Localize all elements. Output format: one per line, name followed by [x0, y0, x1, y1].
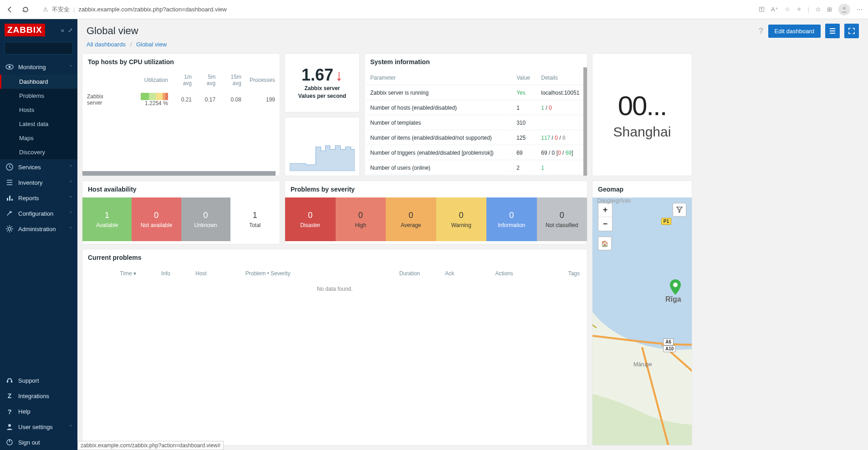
- table-row: Number of hosts (enabled/disabled)11 / 0: [366, 101, 586, 115]
- nav-group-configuration[interactable]: Configuration˅: [0, 206, 77, 221]
- nav-item-problems[interactable]: Problems: [0, 89, 77, 103]
- ps-cell-information[interactable]: 0Information: [486, 197, 537, 241]
- nav-footer-label: Sign out: [18, 439, 40, 446]
- cp-col[interactable]: Time ▾: [83, 267, 143, 280]
- chevron-up-icon: ˄: [70, 65, 72, 70]
- panel-title: System information: [365, 54, 587, 70]
- panel-title: Problems by severity: [285, 181, 587, 197]
- fullscreen-button[interactable]: [844, 24, 859, 38]
- nav-footer-label: User settings: [18, 424, 53, 430]
- sidebar-search-input[interactable]: [9, 45, 87, 52]
- key-icon[interactable]: ⚿: [759, 6, 765, 13]
- popout-icon[interactable]: ⤢: [68, 27, 73, 34]
- vertical-scrollbar[interactable]: [583, 67, 587, 176]
- nav-group-inventory[interactable]: Inventory˅: [0, 175, 77, 190]
- th-col: 1m avg: [173, 71, 195, 89]
- extensions-icon[interactable]: ✧: [797, 6, 802, 13]
- collections-icon[interactable]: ⊞: [827, 6, 832, 13]
- nav-footer-support[interactable]: Support: [0, 373, 77, 388]
- cp-col[interactable]: Info: [143, 267, 188, 280]
- chart-icon: [5, 194, 14, 202]
- nav-group-services[interactable]: Services˅: [0, 159, 77, 175]
- address-bar[interactable]: ⚠ 不安全 | zabbix.example.com/zabbix.php?ac…: [36, 2, 752, 17]
- svg-point-7: [8, 424, 11, 427]
- ha-cell-unknown[interactable]: 0Unknown: [181, 197, 230, 241]
- clock-icon: [5, 163, 14, 171]
- nav-group-label: Configuration: [18, 210, 53, 217]
- panel-geomap: Geomap + − 🏠: [592, 181, 692, 445]
- cp-col[interactable]: Tags: [536, 267, 586, 280]
- nav-footer-sign-out[interactable]: Sign out: [0, 435, 77, 450]
- road-badge-a6: A6: [663, 339, 674, 345]
- wrench-icon: [5, 209, 14, 217]
- svg-point-2: [9, 66, 11, 68]
- ps-cell-average[interactable]: 0Average: [386, 197, 436, 241]
- favorites-icon[interactable]: ✩: [816, 6, 821, 13]
- cp-col[interactable]: Host: [189, 267, 238, 280]
- ha-cell-not-available[interactable]: 0Not available: [132, 197, 181, 241]
- ps-cell-warning[interactable]: 0Warning: [436, 197, 487, 241]
- edit-dashboard-button[interactable]: Edit dashboard: [768, 25, 821, 38]
- reload-button[interactable]: [21, 5, 30, 14]
- back-button[interactable]: [5, 5, 15, 14]
- th-col: 15m avg: [220, 71, 245, 89]
- panel-system-info: System information ParameterValueDetails…: [364, 53, 587, 176]
- cp-col[interactable]: Ack: [427, 267, 472, 280]
- nav-item-dashboard[interactable]: Dashboard: [0, 75, 77, 89]
- ps-cell-disaster[interactable]: 0Disaster: [285, 197, 336, 241]
- table-row[interactable]: Zabbix server 1.2254 %0.210.170.08199: [83, 90, 279, 109]
- nav-group-reports[interactable]: Reports˅: [0, 190, 77, 206]
- ps-cell-high[interactable]: 0High: [336, 197, 386, 241]
- ha-cell-total[interactable]: 1Total: [230, 197, 280, 241]
- star-icon[interactable]: ☆: [785, 6, 790, 13]
- no-data-label: No data found.: [82, 281, 587, 297]
- gear-icon: [5, 225, 14, 233]
- read-aloud-icon[interactable]: A⁺: [771, 6, 778, 13]
- more-icon[interactable]: ⋯: [857, 6, 863, 13]
- support-icon: [5, 376, 14, 384]
- ha-cell-available[interactable]: 1Available: [82, 197, 132, 241]
- nav-group-label: Monitoring: [18, 64, 46, 71]
- nav-footer-label: Integrations: [18, 393, 49, 399]
- sys-col: Value: [512, 71, 536, 85]
- cp-col[interactable]: Actions: [473, 267, 536, 280]
- chevron-down-icon: ˅: [70, 211, 72, 216]
- table-row: Number of triggers (enabled/disabled [pr…: [366, 146, 586, 160]
- horizontal-scrollbar[interactable]: [82, 171, 276, 176]
- nav-item-maps[interactable]: Maps: [0, 131, 77, 145]
- profile-avatar[interactable]: [838, 4, 850, 15]
- ps-cell-not-classified[interactable]: 0Not classified: [537, 197, 587, 241]
- collapse-icon[interactable]: «: [61, 27, 64, 34]
- panel-title: Current problems: [82, 249, 587, 266]
- nav-footer-user-settings[interactable]: User settings˅: [0, 419, 77, 435]
- breadcrumb-all[interactable]: All dashboards: [87, 41, 126, 48]
- breadcrumbs: All dashboards / Global view: [77, 40, 868, 53]
- dashboard-menu-button[interactable]: [825, 24, 840, 38]
- nav-group-label: Administration: [18, 226, 56, 233]
- clock-time: 00...: [618, 90, 667, 121]
- browser-status-bar: zabbix.example.com/zabbix.php?action=das…: [77, 441, 224, 450]
- sidebar: ZABBIX « ⤢ 🔍 Monitoring˄DashboardProblem…: [0, 19, 77, 450]
- nav-group-monitoring[interactable]: Monitoring˄: [0, 59, 77, 75]
- help-icon[interactable]: ?: [759, 26, 764, 36]
- nav-group-administration[interactable]: Administration˅: [0, 221, 77, 237]
- breadcrumb-current[interactable]: Global view: [136, 41, 167, 48]
- sidebar-search[interactable]: 🔍: [5, 42, 73, 55]
- nav-footer-help[interactable]: ?Help: [0, 404, 77, 419]
- nav-item-latest-data[interactable]: Latest data: [0, 117, 77, 131]
- th-col: Processes: [246, 71, 279, 89]
- list-icon: [5, 178, 14, 187]
- panel-values-per-second: 1.67 ↓ Zabbix server Values per second: [285, 53, 360, 112]
- map-pin-icon[interactable]: [670, 279, 681, 295]
- nav-item-hosts[interactable]: Hosts: [0, 103, 77, 117]
- nav-group-label: Reports: [18, 195, 39, 202]
- geomap-canvas[interactable]: + − 🏠 Rīga Mārupe Daugavgrīvas P1 A8 A10…: [592, 197, 692, 445]
- chevron-down-icon: ˅: [70, 425, 72, 430]
- table-row: Number of items (enabled/disabled/not su…: [366, 131, 586, 145]
- cp-col[interactable]: Duration: [358, 267, 426, 280]
- nav-footer-integrations[interactable]: ZIntegrations: [0, 388, 77, 404]
- th-col: Utilization: [119, 71, 172, 89]
- cp-col[interactable]: Problem • Severity: [239, 267, 357, 280]
- logo[interactable]: ZABBIX: [5, 24, 45, 36]
- nav-item-discovery[interactable]: Discovery: [0, 145, 77, 159]
